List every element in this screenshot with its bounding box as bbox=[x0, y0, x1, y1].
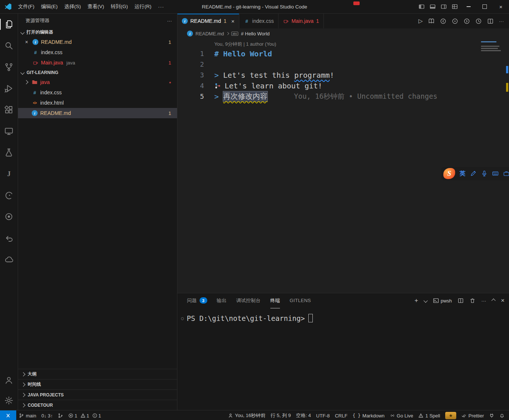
go-live[interactable]: Go Live bbox=[387, 410, 416, 420]
run-file-icon[interactable]: ▷ bbox=[418, 18, 423, 24]
more-actions-icon[interactable]: ··· bbox=[499, 18, 504, 24]
git-graph-icon[interactable] bbox=[55, 410, 66, 420]
panel-more-actions-icon[interactable]: ··· bbox=[481, 298, 486, 304]
panel-tab-terminal[interactable]: 终端 bbox=[270, 293, 280, 308]
menu-overflow-icon[interactable]: ··· bbox=[155, 2, 168, 11]
tab-mainjava[interactable]: Main.java 1 bbox=[278, 14, 324, 28]
menu-go[interactable]: 转到(G) bbox=[107, 1, 131, 12]
problems-indicator[interactable]: 1 1 1 bbox=[66, 410, 105, 420]
next-change-icon[interactable] bbox=[464, 18, 470, 24]
menu-selection[interactable]: 选择(S) bbox=[61, 1, 84, 12]
open-preview-icon[interactable] bbox=[428, 18, 434, 24]
panel-tab-debug-console[interactable]: 调试控制台 bbox=[236, 293, 261, 308]
prettier-status[interactable]: Prettier bbox=[459, 410, 487, 420]
source-control-icon[interactable] bbox=[0, 56, 18, 78]
docker-icon[interactable] bbox=[0, 249, 18, 270]
remote-indicator[interactable] bbox=[0, 410, 16, 420]
close-editor-icon[interactable]: × bbox=[23, 39, 30, 45]
sogou-logo-icon[interactable]: S bbox=[443, 168, 455, 179]
spell-checker[interactable]: 1 Spell bbox=[416, 410, 443, 420]
code-line-2[interactable]: 2 bbox=[177, 59, 509, 70]
compare-icon[interactable] bbox=[452, 18, 458, 24]
panel-tab-gitlens[interactable]: GITLENS bbox=[290, 293, 311, 308]
microphone-icon[interactable] bbox=[481, 170, 488, 177]
gitlens-inline-blame[interactable]: You, 16秒钟前 • Uncommitted changes bbox=[294, 92, 437, 101]
menu-view[interactable]: 查看(V) bbox=[84, 1, 107, 12]
toggle-panel-icon[interactable] bbox=[427, 1, 438, 12]
explorer-more-actions-icon[interactable]: ··· bbox=[167, 18, 172, 24]
pen-icon[interactable] bbox=[470, 170, 477, 177]
branch-indicator[interactable]: main bbox=[16, 410, 39, 420]
gradle-icon[interactable] bbox=[0, 185, 18, 206]
run-debug-icon[interactable] bbox=[0, 78, 18, 99]
tree-item-java-folder[interactable]: java ● bbox=[18, 77, 177, 87]
maximize-button[interactable] bbox=[477, 0, 493, 13]
codetour-icon[interactable] bbox=[0, 206, 18, 227]
tab-indexcss[interactable]: # index.css bbox=[239, 14, 278, 28]
tree-item-readme-selected[interactable]: i README.md 1 bbox=[18, 108, 177, 118]
split-terminal-icon[interactable] bbox=[458, 298, 464, 304]
terminal-instance[interactable]: pwsh bbox=[433, 298, 452, 304]
extensions-icon[interactable] bbox=[0, 99, 18, 120]
gitlens-blame-status[interactable]: You, 16秒钟前 bbox=[225, 410, 268, 420]
keyboard-icon[interactable] bbox=[492, 170, 499, 177]
cursor-position[interactable]: 行 5, 列 9 bbox=[268, 410, 294, 420]
workspace-folder-header[interactable]: GIT-LEARNING bbox=[18, 68, 177, 77]
sync-indicator[interactable]: 0↓ 3↑ bbox=[39, 410, 55, 420]
customize-layout-icon[interactable] bbox=[449, 1, 460, 12]
tree-item-indexcss[interactable]: # index.css bbox=[18, 87, 177, 98]
maximize-panel-icon[interactable] bbox=[491, 298, 495, 302]
toggle-secondary-sidebar-icon[interactable] bbox=[438, 1, 449, 12]
toggle-sidebar-icon[interactable] bbox=[416, 1, 427, 12]
tab-readme[interactable]: i README.md 1 × bbox=[177, 14, 239, 28]
close-tab-icon[interactable]: × bbox=[231, 18, 235, 24]
ime-toolbar[interactable]: S 英 bbox=[441, 167, 509, 180]
settings-gear-icon[interactable] bbox=[0, 391, 18, 410]
menu-file[interactable]: 文件(F) bbox=[15, 1, 38, 12]
previous-change-icon[interactable] bbox=[440, 18, 446, 24]
explorer-icon[interactable] bbox=[0, 14, 18, 35]
outline-section[interactable]: 大纲 bbox=[18, 369, 177, 379]
menu-edit[interactable]: 编辑(E) bbox=[38, 1, 61, 12]
remote-explorer-icon[interactable] bbox=[0, 120, 18, 142]
command-decoration-icon[interactable]: ○ bbox=[181, 316, 184, 321]
file-history-icon[interactable] bbox=[475, 18, 482, 24]
kill-terminal-icon[interactable] bbox=[470, 298, 475, 304]
notifications-bell-icon[interactable] bbox=[497, 410, 509, 420]
panel-tab-output[interactable]: 输出 bbox=[217, 293, 227, 308]
testing-icon[interactable] bbox=[0, 142, 18, 163]
codetour-section[interactable]: CODETOUR bbox=[18, 400, 177, 410]
code-line-1[interactable]: 1 # Hello World bbox=[177, 48, 509, 59]
gitlens-icon[interactable] bbox=[0, 227, 18, 249]
minimize-button[interactable] bbox=[460, 0, 477, 13]
close-panel-icon[interactable]: × bbox=[501, 297, 505, 304]
ime-language-toggle[interactable]: 英 bbox=[460, 170, 465, 178]
plug-icon[interactable] bbox=[487, 410, 497, 420]
code-line-5[interactable]: 5 >再次修改内容You, 16秒钟前 • Uncommitted change… bbox=[177, 91, 509, 102]
code-line-3[interactable]: 3 >Let's test this programm! bbox=[177, 70, 509, 80]
encoding[interactable]: UTF-8 bbox=[314, 410, 332, 420]
close-window-button[interactable]: × bbox=[493, 0, 509, 13]
indentation[interactable]: 空格: 4 bbox=[294, 410, 314, 420]
open-editor-mainjava[interactable]: Main.java java 1 bbox=[18, 57, 177, 68]
language-mode[interactable]: { } Markdown bbox=[350, 410, 387, 420]
terminal-dropdown-icon[interactable] bbox=[423, 298, 427, 302]
timeline-section[interactable]: 时间线 bbox=[18, 379, 177, 389]
java-extension-icon[interactable]: J bbox=[0, 163, 18, 185]
panel-tab-problems[interactable]: 问题 3 bbox=[187, 293, 207, 308]
minimap[interactable] bbox=[481, 40, 503, 52]
java-projects-section[interactable]: JAVA PROJECTS bbox=[18, 389, 177, 400]
tree-item-indexhtml[interactable]: <> index.html bbox=[18, 98, 177, 108]
toolbox-icon[interactable] bbox=[503, 170, 509, 177]
open-editor-indexcss[interactable]: # index.css bbox=[18, 47, 177, 57]
split-editor-icon[interactable] bbox=[487, 18, 494, 24]
new-terminal-icon[interactable]: + bbox=[415, 297, 418, 304]
open-editors-header[interactable]: 打开的编辑器 bbox=[18, 28, 177, 37]
open-editor-readme[interactable]: × i README.md 1 bbox=[18, 37, 177, 47]
breadcrumb-file[interactable]: README.md bbox=[195, 31, 224, 36]
code-editor[interactable]: You, 9分钟前 | 1 author (You) 1 # Hello Wor… bbox=[177, 39, 509, 293]
eol[interactable]: CRLF bbox=[332, 410, 350, 420]
menu-run[interactable]: 运行(R) bbox=[131, 1, 155, 12]
terminal-content[interactable]: ○ PS D:\git\note\git-learning> bbox=[177, 308, 509, 322]
gold-extension-icon[interactable]: ★ bbox=[443, 410, 459, 420]
